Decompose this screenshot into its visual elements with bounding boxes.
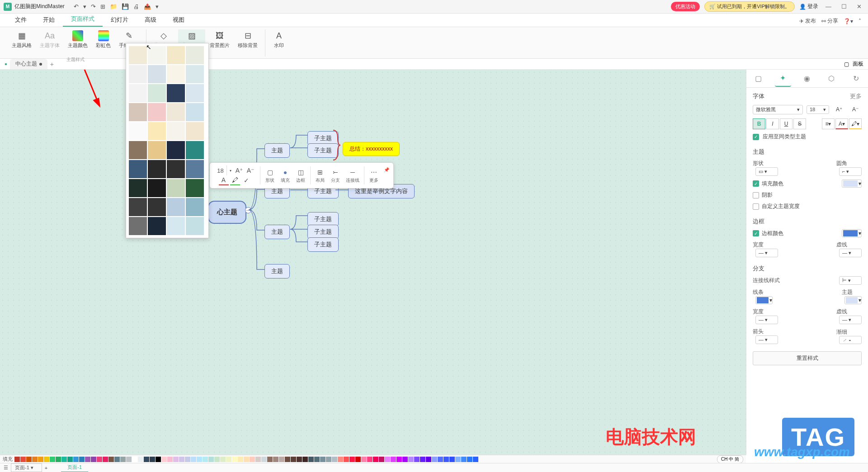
- color-cell[interactable]: [91, 457, 96, 462]
- texture-swatch[interactable]: [167, 198, 185, 216]
- texture-swatch[interactable]: [186, 65, 204, 83]
- font-size-dropdown-icon[interactable]: ▾: [228, 165, 233, 175]
- color-cell[interactable]: [214, 457, 220, 462]
- color-cell[interactable]: [291, 457, 296, 462]
- font-increase-button[interactable]: A⁺: [833, 104, 845, 115]
- texture-swatch[interactable]: [148, 122, 166, 140]
- texture-swatch[interactable]: [129, 179, 147, 197]
- ribbon-theme-style[interactable]: ▦主题风格: [8, 29, 35, 57]
- color-cell[interactable]: [250, 457, 255, 462]
- color-cell[interactable]: [85, 457, 90, 462]
- add-tab-button[interactable]: +: [50, 61, 54, 68]
- texture-swatch[interactable]: [167, 217, 185, 235]
- color-cell[interactable]: [338, 457, 343, 462]
- undo-dropdown-icon[interactable]: ▾: [83, 3, 86, 10]
- menu-view[interactable]: 视图: [165, 13, 193, 27]
- main-topic-node[interactable]: 主题: [264, 264, 290, 278]
- fill-color-checkbox[interactable]: ✓: [753, 180, 759, 187]
- float-branch[interactable]: ⤚分支: [328, 166, 343, 184]
- texture-swatch[interactable]: [186, 217, 204, 235]
- new-icon[interactable]: ⊞: [100, 3, 105, 10]
- reset-style-button[interactable]: 重置样式: [753, 351, 862, 365]
- color-cell[interactable]: [238, 457, 243, 462]
- page-selector[interactable]: 页面-1 ▾: [11, 463, 42, 472]
- color-cell[interactable]: [156, 457, 161, 462]
- color-cell[interactable]: [391, 457, 396, 462]
- texture-swatch[interactable]: [129, 141, 147, 159]
- menu-advanced[interactable]: 高级: [137, 13, 165, 27]
- color-cell[interactable]: [302, 457, 308, 462]
- texture-swatch[interactable]: [148, 217, 166, 235]
- ribbon-theme-color[interactable]: 主题颜色: [64, 29, 91, 57]
- ribbon-remove-bg[interactable]: ⊟移除背景: [234, 29, 261, 57]
- texture-swatch[interactable]: [167, 179, 185, 197]
- color-cell[interactable]: [191, 457, 196, 462]
- color-cell[interactable]: [132, 457, 137, 462]
- texture-swatch[interactable]: [148, 65, 166, 83]
- color-cell[interactable]: [108, 457, 114, 462]
- color-cell[interactable]: [449, 457, 455, 462]
- texture-swatch[interactable]: [148, 179, 166, 197]
- color-cell[interactable]: [226, 457, 231, 462]
- minimize-icon[interactable]: —: [823, 1, 834, 12]
- arrow-select[interactable]: — ▾: [755, 335, 778, 344]
- border-color-checkbox[interactable]: ✓: [753, 230, 759, 236]
- color-cell[interactable]: [385, 457, 390, 462]
- menu-page-style[interactable]: 页面样式: [63, 12, 103, 27]
- font-size-value[interactable]: 18: [214, 165, 227, 175]
- border-width-select[interactable]: — ▾: [755, 249, 778, 257]
- texture-swatch[interactable]: [167, 160, 185, 178]
- menu-file[interactable]: 文件: [7, 13, 35, 27]
- texture-swatch[interactable]: [129, 217, 147, 235]
- ribbon-bg-image[interactable]: 🖼背景图片: [206, 29, 233, 57]
- maximize-icon[interactable]: ☐: [839, 1, 849, 12]
- color-cell[interactable]: [114, 457, 120, 462]
- color-cell[interactable]: [56, 457, 61, 462]
- open-icon[interactable]: 📁: [110, 3, 117, 10]
- texture-swatch[interactable]: [129, 65, 147, 83]
- color-cell[interactable]: [279, 457, 284, 462]
- close-icon[interactable]: ✕: [854, 1, 864, 12]
- export-icon[interactable]: 📤: [144, 3, 151, 10]
- color-cell[interactable]: [402, 457, 408, 462]
- color-cell[interactable]: [332, 457, 337, 462]
- color-cell[interactable]: [273, 457, 278, 462]
- font-more-link[interactable]: 更多: [850, 92, 862, 100]
- texture-swatch[interactable]: [148, 160, 166, 178]
- share-button[interactable]: ⚯ 分享: [821, 17, 838, 25]
- underline-button[interactable]: U: [780, 118, 793, 129]
- texture-swatch[interactable]: [167, 103, 185, 121]
- texture-swatch[interactable]: [129, 84, 147, 102]
- align-button[interactable]: ≡▾: [822, 118, 835, 129]
- panel-label[interactable]: 面板: [853, 60, 863, 68]
- panel-toggle-icon[interactable]: ▢: [844, 61, 849, 67]
- line-color-chip[interactable]: ▾: [755, 296, 773, 304]
- ribbon-watermark[interactable]: A水印: [269, 29, 289, 57]
- language-indicator[interactable]: CH 中 简: [717, 455, 743, 463]
- color-cell[interactable]: [349, 457, 355, 462]
- panel-tab-page[interactable]: ▢: [750, 71, 767, 87]
- texture-swatch[interactable]: [167, 46, 185, 64]
- color-cell[interactable]: [438, 457, 443, 462]
- color-cell[interactable]: [320, 457, 326, 462]
- color-cell[interactable]: [44, 457, 49, 462]
- canvas[interactable]: 心主题 — 主题 主题 主题 主题 子主题 子主题 子主题 子主题 子主题 子主…: [0, 70, 746, 455]
- document-tab[interactable]: 中心主题: [10, 59, 47, 69]
- panel-tab-history[interactable]: ↻: [848, 71, 864, 87]
- menu-start[interactable]: 开始: [35, 13, 63, 27]
- ribbon-theme-font[interactable]: Aa主题字体: [36, 29, 63, 57]
- float-border[interactable]: ◫边框: [293, 166, 308, 184]
- color-cell[interactable]: [167, 457, 173, 462]
- color-cell[interactable]: [38, 457, 43, 462]
- menu-slide[interactable]: 幻灯片: [103, 13, 137, 27]
- texture-swatch[interactable]: [186, 46, 204, 64]
- color-cell[interactable]: [420, 457, 425, 462]
- color-cell[interactable]: [50, 457, 55, 462]
- trial-badge[interactable]: 🛒 试用已到期，开通VIP解锁限制。: [704, 1, 795, 12]
- color-cell[interactable]: [255, 457, 261, 462]
- color-cell[interactable]: [361, 457, 367, 462]
- color-cell[interactable]: [426, 457, 431, 462]
- color-cell[interactable]: [120, 457, 126, 462]
- color-cell[interactable]: [173, 457, 179, 462]
- color-cell[interactable]: [461, 457, 467, 462]
